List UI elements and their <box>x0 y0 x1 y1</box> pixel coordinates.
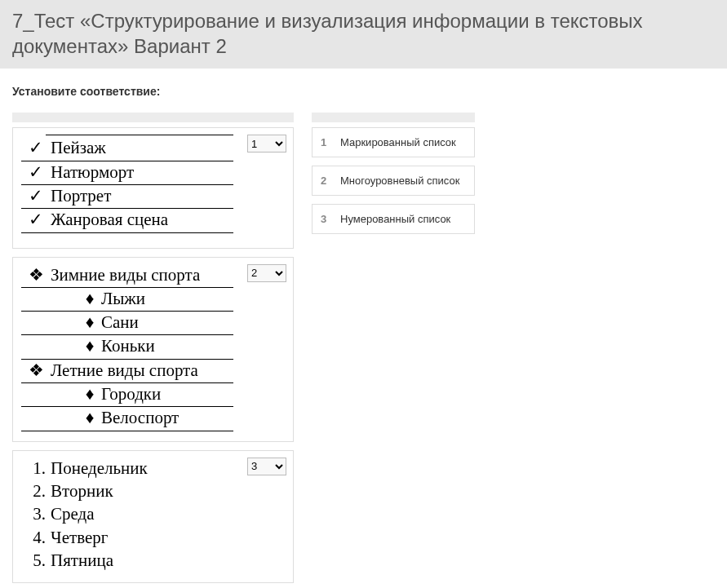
check-icon: ✓ <box>21 137 51 159</box>
list-item: 5.Пятница <box>21 550 233 573</box>
list-item-text: Велоспорт <box>101 407 179 429</box>
right-column: 1 Маркированный список 2 Многоуровневый … <box>312 113 475 242</box>
diamond-icon: ♦ <box>78 407 101 429</box>
diamond-outline-icon: ❖ <box>21 264 51 286</box>
diamond-icon: ♦ <box>78 383 101 405</box>
diamond-icon: ♦ <box>78 335 101 357</box>
list-item: ✓Натюрморт <box>21 161 233 185</box>
list-multilevel: ❖Зимние виды спорта ♦Лыжи ♦Сани ♦Коньки … <box>21 264 233 431</box>
right-header-bar <box>312 113 475 122</box>
content-area: Установите соответствие: 1 2 3 ✓Пейзаж ✓… <box>0 69 727 588</box>
list-item: 1.Понедельник <box>21 458 233 480</box>
answer-number: 2 <box>321 175 332 187</box>
match-select-1[interactable]: 1 2 3 <box>247 135 286 153</box>
list-item: ❖Летние виды спорта <box>21 360 233 383</box>
number-marker: 1. <box>21 458 51 480</box>
page-title: 7_Тест «Структурирование и визуализация … <box>12 8 715 59</box>
list-item-text: Коньки <box>101 335 155 357</box>
list-subitem: ♦Велоспорт <box>21 407 233 431</box>
instruction-text: Установите соответствие: <box>12 85 715 98</box>
answer-label: Многоуровневый список <box>340 175 459 187</box>
check-icon: ✓ <box>21 185 51 207</box>
number-marker: 3. <box>21 503 51 525</box>
diamond-icon: ♦ <box>78 312 101 334</box>
list-numbered: 1.Понедельник 2.Вторник 3.Среда 4.Четвер… <box>21 458 233 573</box>
answer-option-3: 3 Нумерованный список <box>312 204 475 234</box>
list-item-text: Портрет <box>51 185 111 207</box>
list-item-text: Вторник <box>51 480 113 502</box>
list-item-text: Лыжи <box>101 288 145 310</box>
diamond-outline-icon: ❖ <box>21 360 51 382</box>
list-item-text: Среда <box>51 503 95 525</box>
list-item-text: Жанровая сцена <box>51 209 168 231</box>
list-item-text: Городки <box>101 383 161 405</box>
list-item: ✓Жанровая сцена <box>21 209 233 232</box>
left-column: 1 2 3 ✓Пейзаж ✓Натюрморт ✓Портрет ✓Жанро… <box>12 113 294 588</box>
list-subitem: ♦Лыжи <box>21 288 233 312</box>
match-columns: 1 2 3 ✓Пейзаж ✓Натюрморт ✓Портрет ✓Жанро… <box>12 113 715 588</box>
list-subitem: ♦Сани <box>21 312 233 335</box>
list-subitem: ♦Коньки <box>21 335 233 359</box>
answer-label: Маркированный список <box>340 136 456 148</box>
match-card-3: 1 2 3 1.Понедельник 2.Вторник 3.Среда 4.… <box>12 450 294 583</box>
list-item-text: Пятница <box>51 550 113 572</box>
page-header: 7_Тест «Структурирование и визуализация … <box>0 0 727 69</box>
number-marker: 2. <box>21 480 51 502</box>
number-marker: 5. <box>21 550 51 572</box>
match-select-3[interactable]: 1 2 3 <box>247 458 286 475</box>
list-item: ✓Пейзаж <box>21 137 233 161</box>
list-item: ❖Зимние виды спорта <box>21 264 233 288</box>
diamond-icon: ♦ <box>78 288 101 310</box>
answer-option-1: 1 Маркированный список <box>312 127 475 157</box>
answer-label: Нумерованный список <box>340 213 450 225</box>
list-item: ✓Портрет <box>21 185 233 209</box>
match-card-2: 1 2 3 ❖Зимние виды спорта ♦Лыжи ♦Сани ♦К… <box>12 257 294 442</box>
list-item: 4.Четверг <box>21 527 233 550</box>
list-item: 3.Среда <box>21 503 233 526</box>
underline <box>46 135 233 135</box>
check-icon: ✓ <box>21 161 51 183</box>
match-card-1: 1 2 3 ✓Пейзаж ✓Натюрморт ✓Портрет ✓Жанро… <box>12 127 294 248</box>
answer-number: 3 <box>321 213 332 225</box>
list-item-text: Зимние виды спорта <box>51 264 200 286</box>
list-item-text: Сани <box>101 312 139 334</box>
match-select-2[interactable]: 1 2 3 <box>247 264 286 282</box>
list-item-text: Понедельник <box>51 458 148 480</box>
list-item: 2.Вторник <box>21 480 233 503</box>
left-header-bar <box>12 113 294 122</box>
number-marker: 4. <box>21 527 51 549</box>
list-bulleted: ✓Пейзаж ✓Натюрморт ✓Портрет ✓Жанровая сц… <box>21 135 233 237</box>
list-item-text: Летние виды спорта <box>51 360 198 382</box>
list-item-text: Четверг <box>51 527 108 549</box>
list-item-text: Натюрморт <box>51 161 134 183</box>
list-subitem: ♦Городки <box>21 383 233 407</box>
check-icon: ✓ <box>21 209 51 231</box>
answer-option-2: 2 Многоуровневый список <box>312 166 475 196</box>
list-item-text: Пейзаж <box>51 137 106 159</box>
answer-number: 1 <box>321 136 332 148</box>
